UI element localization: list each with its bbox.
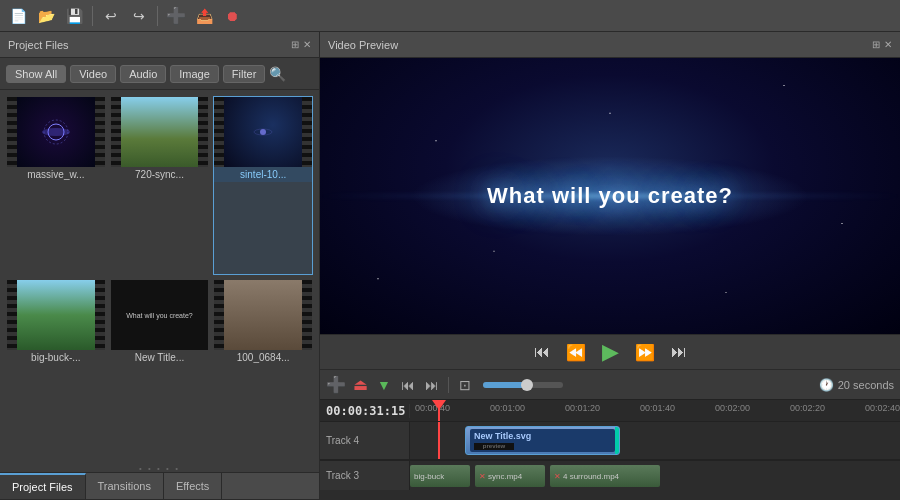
tl-skip-back-btn[interactable]: ⏮ — [398, 375, 418, 395]
preview-header-icons: ⊞ ✕ — [872, 39, 892, 50]
project-files-title: Project Files — [8, 39, 69, 51]
video-preview-header: Video Preview ⊞ ✕ — [320, 32, 900, 58]
panel-scroll-divider[interactable]: • • • • • — [0, 464, 319, 472]
media-grid: massive_w... 720-sync... — [0, 90, 319, 464]
tl-skip-fwd-btn[interactable]: ⏭ — [422, 375, 442, 395]
fast-forward-btn[interactable]: ⏩ — [631, 341, 659, 364]
ruler-mark-200: 00:02:00 — [715, 403, 750, 413]
playhead-marker — [432, 400, 446, 410]
film-strip-left-4 — [7, 280, 17, 350]
undo-btn[interactable]: ↩ — [99, 4, 123, 28]
tab-transitions[interactable]: Transitions — [86, 473, 164, 499]
clip-thumb-text: preview — [483, 443, 505, 449]
star-burst-icon — [41, 117, 71, 147]
close-panel-icon[interactable]: ✕ — [303, 39, 311, 50]
tl-snap-btn[interactable]: ⊡ — [455, 375, 475, 395]
media-item-bigbuck[interactable]: big-buck-... — [6, 279, 106, 458]
track-4-label: Track 4 — [320, 422, 410, 459]
clip-thumb: preview — [474, 443, 514, 451]
tl-zoom-slider[interactable] — [483, 382, 563, 388]
skip-to-start-btn[interactable]: ⏮ — [530, 341, 554, 363]
track3-x-icon: ✕ — [479, 472, 486, 481]
clip-content: New Title.svg preview — [470, 429, 615, 453]
tl-duration: 🕐 20 seconds — [819, 378, 894, 392]
ruler-mark-140: 00:01:40 — [640, 403, 675, 413]
timeline-time-row: 00:00:31:15 00:00:40 00:01:00 00:01:20 0… — [320, 400, 900, 422]
clip-end-handle[interactable] — [615, 427, 619, 455]
add-btn[interactable]: ➕ — [164, 4, 188, 28]
media-thumb-bigbuck — [7, 280, 105, 350]
timeline-toolbar: ➕ ⏏ ▼ ⏮ ⏭ ⊡ 🕐 20 seconds — [320, 370, 900, 400]
filter-filter-btn[interactable]: Filter — [223, 65, 265, 83]
redo-btn[interactable]: ↪ — [127, 4, 151, 28]
galaxy-icon — [253, 122, 273, 142]
track3-sync-label: sync.mp4 — [488, 472, 522, 481]
media-item-sintel[interactable]: sintel-10... — [213, 96, 313, 275]
track-4-content: New Title.svg preview — [410, 422, 900, 459]
media-thumb-sintel — [214, 97, 312, 167]
video-preview-title: Video Preview — [328, 39, 398, 51]
film-strip-right-6 — [302, 280, 312, 350]
media-label-title: New Title... — [111, 350, 209, 365]
new-file-btn[interactable]: 📄 — [6, 4, 30, 28]
video-preview-area: What will you create? — [320, 58, 900, 334]
track3-bigbuck-label: big-buck — [414, 472, 444, 481]
media-item-100-0684[interactable]: 100_0684... — [213, 279, 313, 458]
export-btn[interactable]: 📤 — [192, 4, 216, 28]
open-btn[interactable]: 📂 — [34, 4, 58, 28]
right-panel: Video Preview ⊞ ✕ What will you create? … — [320, 32, 900, 500]
track3-clip-surround[interactable]: ✕ 4 surround.mp4 — [550, 465, 660, 487]
render-btn[interactable]: ⏺ — [220, 4, 244, 28]
tl-clock-icon: 🕐 — [819, 378, 834, 392]
media-item-massive[interactable]: massive_w... — [6, 96, 106, 275]
track3-clip-sync[interactable]: ✕ sync.mp4 — [475, 465, 545, 487]
playback-controls: ⏮ ⏪ ▶ ⏩ ⏭ — [320, 334, 900, 370]
float-icon[interactable]: ⊞ — [291, 39, 299, 50]
bottom-tabs: Project Files Transitions Effects — [0, 472, 319, 500]
media-label-bigbuck: big-buck-... — [7, 350, 105, 365]
preview-close-icon[interactable]: ✕ — [884, 39, 892, 50]
timeline-current-time: 00:00:31:15 — [320, 404, 410, 418]
tl-add-btn[interactable]: ➕ — [326, 375, 346, 395]
media-item-720sync[interactable]: 720-sync... — [110, 96, 210, 275]
skip-to-end-btn[interactable]: ⏭ — [667, 341, 691, 363]
svg-point-2 — [42, 128, 70, 136]
panel-header-icons: ⊞ ✕ — [291, 39, 311, 50]
filter-showall-btn[interactable]: Show All — [6, 65, 66, 83]
media-thumb-720sync — [111, 97, 209, 167]
tab-project-files[interactable]: Project Files — [0, 473, 86, 499]
save-btn[interactable]: 💾 — [62, 4, 86, 28]
track-4-row: Track 4 New Title.svg preview — [320, 422, 900, 460]
tl-arrow-down-btn[interactable]: ▼ — [374, 375, 394, 395]
tl-zoom-thumb — [521, 379, 533, 391]
rewind-btn[interactable]: ⏪ — [562, 341, 590, 364]
ruler-mark-220: 00:02:20 — [790, 403, 825, 413]
tab-effects[interactable]: Effects — [164, 473, 222, 499]
film-strip-left-3 — [214, 97, 224, 167]
filter-image-btn[interactable]: Image — [170, 65, 219, 83]
preview-text: What will you create? — [487, 183, 733, 209]
left-panel: Project Files ⊞ ✕ Show All Video Audio I… — [0, 32, 320, 500]
play-btn[interactable]: ▶ — [598, 337, 623, 367]
track3-clip-bigbuck[interactable]: big-buck — [410, 465, 470, 487]
preview-float-icon[interactable]: ⊞ — [872, 39, 880, 50]
media-label-100-0684: 100_0684... — [214, 350, 312, 365]
filter-video-btn[interactable]: Video — [70, 65, 116, 83]
timeline-ruler: 00:00:40 00:01:00 00:01:20 00:01:40 00:0… — [410, 400, 900, 421]
film-strip-right-4 — [95, 280, 105, 350]
track3-x2-icon: ✕ — [554, 472, 561, 481]
media-label-sintel: sintel-10... — [214, 167, 312, 182]
media-label-720sync: 720-sync... — [111, 167, 209, 182]
clip-new-title[interactable]: New Title.svg preview — [465, 426, 620, 456]
ruler-mark-240: 00:02:40 — [865, 403, 900, 413]
media-item-title[interactable]: What will you create? New Title... — [110, 279, 210, 458]
filter-clear-icon[interactable]: 🔍 — [269, 66, 286, 82]
tl-remove-btn[interactable]: ⏏ — [350, 375, 370, 395]
ruler-mark-120: 00:01:20 — [565, 403, 600, 413]
track-3-content: big-buck ✕ sync.mp4 ✕ 4 surround.mp4 — [410, 461, 900, 490]
toolbar-separator-1 — [92, 6, 93, 26]
tl-separator — [448, 377, 449, 393]
ruler-mark-100: 00:01:00 — [490, 403, 525, 413]
timeline: ➕ ⏏ ▼ ⏮ ⏭ ⊡ 🕐 20 seconds 00:00:31:15 — [320, 370, 900, 500]
filter-audio-btn[interactable]: Audio — [120, 65, 166, 83]
